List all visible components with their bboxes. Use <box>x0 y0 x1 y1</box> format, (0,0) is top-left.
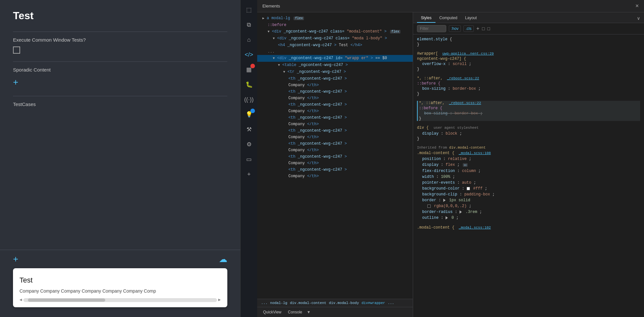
css-prop-outline: outline : 0 ; <box>417 215 640 221</box>
tree-row-th-7[interactable]: <th _ngcontent-wvg-c247 > <box>257 153 413 160</box>
app-panel: Test Execute Common Window Tests? Sporad… <box>0 0 240 317</box>
css-prop-pointer-events: pointer-events : auto ; <box>417 180 640 186</box>
tree-row-h4[interactable]: <h4 _ngcontent-wvg-c247 > Test </h4> <box>257 42 413 48</box>
console-tab[interactable]: Console <box>286 309 304 315</box>
styles-content: element.style { } #wrapper[ uwp-applica.… <box>413 34 644 317</box>
tree-row-th-8[interactable]: <th _ngcontent-wvg-c247 > <box>257 166 413 173</box>
tree-row-company-4[interactable]: Company </th> <box>257 121 413 127</box>
sporadic-label: Sporadic Content <box>13 67 227 73</box>
styles-tabs: Styles Computed Layout ∨ <box>413 12 644 23</box>
tree-row-th-6[interactable]: <th _ngcontent-wvg-c247 > <box>257 140 413 147</box>
scrollbar-track[interactable] <box>23 298 217 302</box>
home-icon-btn[interactable]: ⌂ <box>243 33 256 46</box>
tree-row-company-1[interactable]: Company </th> <box>257 82 413 88</box>
styles-panel: Styles Computed Layout ∨ :hov .cls + □ □ <box>413 12 644 317</box>
tree-row-th-4[interactable]: <th _ngcontent-wvg-c247 > <box>257 114 413 121</box>
cloud-button[interactable]: ☁ <box>219 254 227 264</box>
tree-row-modal-content[interactable]: ▼ <div _ngcontent-wvg-c247 class= "modal… <box>257 28 413 35</box>
breadcrumb-nodal[interactable]: nodal-lg <box>270 301 287 305</box>
tree-row-before[interactable]: ::before <box>257 22 413 28</box>
scroll-right-arrow[interactable]: ▶ <box>218 298 221 301</box>
triangle-icon-2: ▼ <box>268 30 270 33</box>
tree-row-th-3[interactable]: <th _ngcontent-wvg-c247 > <box>257 101 413 108</box>
wifi-icon-btn[interactable]: ((·)) <box>243 93 256 106</box>
breadcrumb-wrapper[interactable]: div#wrapper <box>361 301 385 305</box>
css-prop-position: position : relative ; <box>417 156 640 162</box>
lightbulb-icon-btn[interactable]: 💡 <box>243 108 256 121</box>
tree-row-dots[interactable]: ... <box>257 48 413 55</box>
devtools-bottom-bar: QuickView Console ▼ <box>257 307 413 317</box>
modal-content-source-2[interactable]: _modal.scss:102 <box>459 226 491 230</box>
tree-row-company-7[interactable]: Company </th> <box>257 160 413 166</box>
monitor-icon-btn[interactable]: ⬚ <box>243 3 256 16</box>
quickview-tab[interactable]: QuickView <box>261 309 283 315</box>
tree-row-modal-body[interactable]: ▼ <div _ngcontent-wvg-c247 class= "moda … <box>257 35 413 42</box>
tree-row-th-2[interactable]: <th _ngcontent-wvg-c247 > <box>257 88 413 95</box>
modal-content-source-1[interactable]: _modal.scss:108 <box>459 151 491 155</box>
tree-row-company-6[interactable]: Company </th> <box>257 147 413 153</box>
triangle-icon-4: ▼ <box>273 57 275 60</box>
sporadic-add-button[interactable]: + <box>13 76 18 88</box>
triangle-icon-6: ▼ <box>283 70 285 74</box>
testcases-label: TestCases <box>13 101 227 107</box>
css-selector-div: div { user agent stylesheet <box>417 125 640 130</box>
tree-row-th-1[interactable]: <th _ngcontent-wvg-c247 > <box>257 75 413 82</box>
settings-icon-btn[interactable]: ⚙ <box>243 138 256 151</box>
tree-row-tr[interactable]: ▼ <tr _ngcontent-wvg-c247 > <box>257 69 413 75</box>
preview-title: Test <box>19 276 221 284</box>
reboot-source-2[interactable]: _reboot.scss:22 <box>449 101 481 105</box>
scroll-left-arrow[interactable]: ◀ <box>19 298 22 301</box>
border-triangle[interactable] <box>443 199 446 202</box>
device-icon-btn[interactable]: ▦ <box>243 63 256 76</box>
tab-computed[interactable]: Computed <box>436 14 461 23</box>
copy-icon-btn[interactable]: ⧉ <box>243 18 256 31</box>
tree-row-table[interactable]: ▼ <table _ngcontent-wvg-c247 > <box>257 62 413 69</box>
css-prop-border: border : 1px solid <box>417 197 640 203</box>
css-rule-wrapper: #wrapper[ uwp-applica..nent.css:29 ngcon… <box>417 51 640 72</box>
wrapper-source-link[interactable]: uwp-applica..nent.css:29 <box>442 52 494 56</box>
bug-icon-btn[interactable]: 🐛 <box>243 78 256 91</box>
tool-icon-btn[interactable]: ⚒ <box>243 123 256 136</box>
filter-input[interactable] <box>417 25 446 32</box>
bottom-add-button[interactable]: + <box>13 254 18 264</box>
outline-triangle[interactable] <box>446 216 448 219</box>
code-icon-btn[interactable]: </> <box>243 48 256 61</box>
color-swatch-white[interactable] <box>467 187 470 190</box>
reboot-source-1[interactable]: _reboot.scss:22 <box>447 76 479 80</box>
breadcrumb-modal-content[interactable]: div.modal-content <box>290 301 326 305</box>
tree-row-company-3[interactable]: Company </th> <box>257 108 413 114</box>
border-radius-triangle[interactable] <box>460 210 462 214</box>
tree-row-modal-lg[interactable]: ▶ a modal-lg flex <box>257 15 413 22</box>
color-swatch-rgba[interactable] <box>427 205 431 208</box>
filter-icon-2[interactable]: □ <box>487 26 490 31</box>
css-prop-box-sizing-1: box-sizing : border-box ; <box>417 86 640 92</box>
tab-styles[interactable]: Styles <box>417 14 436 23</box>
devtools-close-button[interactable]: × <box>635 3 639 9</box>
css-rule-user-agent: div { user agent stylesheet display : bl… <box>417 125 640 141</box>
bottom-arrow-icon[interactable]: ▼ <box>307 310 311 314</box>
filter-icon-1[interactable]: □ <box>482 26 485 31</box>
expand-button[interactable]: ∨ <box>637 16 640 21</box>
tree-row-th-5[interactable]: <th _ngcontent-wvg-c247 > <box>257 127 413 134</box>
tab-layout[interactable]: Layout <box>461 14 481 23</box>
cls-button[interactable]: .cls <box>463 25 474 32</box>
calendar-icon-btn[interactable]: ▭ <box>243 153 256 166</box>
devtools-header: Elements × <box>257 0 644 12</box>
tree-row-wrapper[interactable]: ▼ <div _ngcontent-wvg-c247 id= "wrapp er… <box>257 55 413 62</box>
plus-icon-btn[interactable]: + <box>243 168 256 181</box>
breadcrumb-dots[interactable]: ... <box>261 301 268 305</box>
css-rule-element-style: element.style { } <box>417 37 640 47</box>
tree-row-company-2[interactable]: Company </th> <box>257 95 413 101</box>
css-prop-display-block: display : block ; <box>417 131 640 137</box>
filter-plus-button[interactable]: + <box>476 26 479 32</box>
css-prop-border-rgba: rgba(0,0,0,.2) ; <box>417 203 640 209</box>
tree-row-company-8[interactable]: Company </th> <box>257 173 413 179</box>
hov-button[interactable]: :hov <box>449 25 461 32</box>
breadcrumb-more[interactable]: ... <box>388 301 394 305</box>
preview-row: Company Company Company Company Company … <box>19 288 221 294</box>
elements-tree[interactable]: ▶ a modal-lg flex ::before ▼ <div _ngcon… <box>257 12 413 299</box>
breadcrumb-modal-body[interactable]: div.modal-body <box>329 301 359 305</box>
execute-checkbox[interactable] <box>13 46 20 54</box>
tree-row-company-5[interactable]: Company </th> <box>257 134 413 140</box>
sidebar-icons: ⬚ ⧉ ⌂ </> ▦ 🐛 ((·)) 💡 ⚒ ⚙ ▭ + <box>240 0 257 317</box>
